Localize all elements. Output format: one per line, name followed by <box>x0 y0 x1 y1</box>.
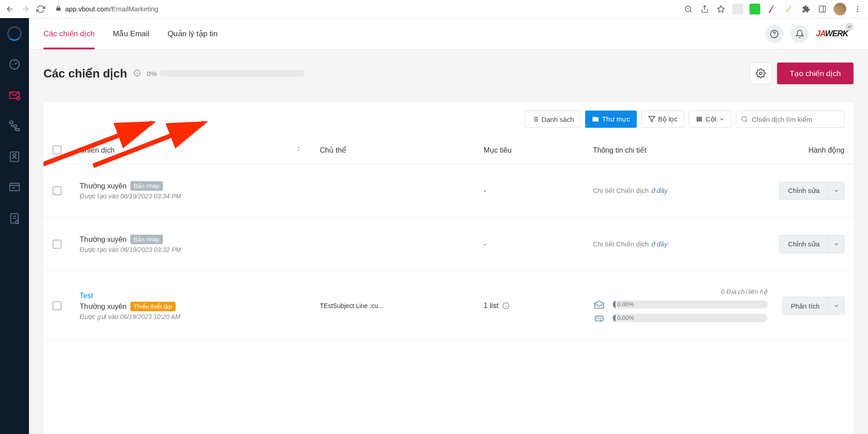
campaigns-table: Chiến dịch Chủ thể Mục tiêu Thông tin ch… <box>43 136 854 341</box>
action-dropdown[interactable] <box>828 297 844 314</box>
extension-icon-4[interactable] <box>784 4 795 14</box>
status-badge: Bản nháp <box>130 181 163 191</box>
svg-text:LINK: LINK <box>596 317 603 320</box>
tab-bar: Các chiến dịch Mẫu Email Quản lý tập tin <box>43 18 218 49</box>
page-header: Các chiến dịch 0% Tạo chiến dịch <box>29 50 868 84</box>
view-folder-label: Thư mục <box>602 115 630 123</box>
filters-bar: Danh sách Thư mục Bộ lọc Cột <box>43 102 854 136</box>
table-row: TestThường xuyênThiếu thiết lậpĐược gửi … <box>43 271 854 341</box>
th-subject: Chủ thể <box>320 146 484 154</box>
progress-bar <box>160 70 305 77</box>
row-action-button[interactable]: Chỉnh sửa <box>779 182 844 200</box>
app-logo-icon[interactable] <box>6 25 23 42</box>
action-label[interactable]: Phân tích <box>783 297 828 314</box>
row-action-button[interactable]: Phân tích <box>782 297 844 315</box>
row-checkbox[interactable] <box>52 186 62 195</box>
extension-icon-2[interactable] <box>749 4 760 14</box>
search-icon <box>741 116 748 123</box>
row-checkbox[interactable] <box>52 301 62 310</box>
svg-point-11 <box>13 154 16 157</box>
svg-point-14 <box>15 221 19 224</box>
svg-rect-12 <box>10 183 19 191</box>
click-icon: LINK <box>593 313 606 323</box>
campaign-meta: Được tạo vào 06/19/2023 03:32 PM <box>80 246 181 253</box>
action-dropdown[interactable] <box>828 236 844 253</box>
table-row: Thường xuyênBản nhápĐược tạo vào 06/19/2… <box>43 217 854 271</box>
zoom-icon[interactable] <box>683 4 693 14</box>
campaign-type: Thường xuyên <box>80 302 127 311</box>
open-icon <box>593 299 606 310</box>
campaign-type: Thường xuyên <box>80 235 127 244</box>
svg-point-3 <box>857 8 858 10</box>
sort-icon <box>296 146 302 154</box>
svg-rect-8 <box>14 125 17 127</box>
content-card: Danh sách Thư mục Bộ lọc Cột <box>43 102 854 434</box>
sidebar-dashboard-icon[interactable] <box>6 56 23 72</box>
row-checkbox[interactable] <box>52 240 62 249</box>
detail-link[interactable]: Chi tiết Chiến dịch ở đây <box>593 187 768 195</box>
extension-icon-1[interactable] <box>732 4 743 14</box>
filter-label: Bộ lọc <box>658 115 677 123</box>
campaign-title-link[interactable]: Test <box>80 292 93 300</box>
search-box[interactable] <box>736 111 844 128</box>
tab-campaigns[interactable]: Các chiến dịch <box>43 18 95 49</box>
extensions-icon[interactable] <box>801 4 811 14</box>
nav-forward-icon[interactable] <box>21 5 30 14</box>
action-label[interactable]: Chỉnh sửa <box>780 182 828 199</box>
campaign-type: Thường xuyên <box>80 182 127 190</box>
svg-point-4 <box>857 10 858 12</box>
settings-button[interactable] <box>750 63 772 84</box>
stat-bar: 0.00% <box>613 314 768 322</box>
view-list-button[interactable]: Danh sách <box>525 111 581 128</box>
th-campaign[interactable]: Chiến dịch <box>80 146 320 154</box>
th-actions: Hành động <box>768 146 844 154</box>
columns-button[interactable]: Cột <box>689 111 731 128</box>
svg-rect-19 <box>699 117 700 122</box>
info-icon[interactable] <box>502 302 510 309</box>
page-title: Các chiến dịch <box>43 67 127 81</box>
detail-link[interactable]: Chi tiết Chiến dịch ở đây <box>593 240 768 248</box>
sidebar-email-icon[interactable] <box>6 87 23 103</box>
row-action-button[interactable]: Chỉnh sửa <box>779 235 844 253</box>
sidebar-contacts-icon[interactable] <box>6 149 23 165</box>
notifications-button[interactable] <box>791 25 809 43</box>
action-label[interactable]: Chỉnh sửa <box>780 236 828 253</box>
search-input[interactable] <box>752 116 839 123</box>
sidebar-workflow-icon[interactable] <box>6 118 23 134</box>
star-icon[interactable] <box>716 4 726 14</box>
quota-progress: 0% <box>147 70 305 77</box>
campaign-meta: Được tạo vào 06/19/2023 03:34 PM <box>80 193 181 200</box>
status-badge: Thiếu thiết lập <box>130 302 176 311</box>
url-text: app.vbout.com/EmailMarketing <box>65 5 158 13</box>
info-icon[interactable] <box>134 69 141 78</box>
campaign-meta: Được gửi vào 06/19/2023 10:20 AM <box>80 313 181 320</box>
view-folder-button[interactable]: Thư mục <box>585 111 637 128</box>
menu-icon[interactable] <box>853 4 863 14</box>
top-bar: Các chiến dịch Mẫu Email Quản lý tập tin… <box>29 18 868 50</box>
help-button[interactable] <box>765 25 783 43</box>
extension-icon-3[interactable] <box>767 4 777 14</box>
select-all-checkbox[interactable] <box>52 145 62 154</box>
sidebar-landing-icon[interactable] <box>6 179 23 196</box>
tab-templates[interactable]: Mẫu Email <box>113 18 149 49</box>
sidebar-reports-icon[interactable] <box>6 210 23 227</box>
nav-back-icon[interactable] <box>5 5 14 14</box>
tab-files[interactable]: Quản lý tập tin <box>167 18 218 49</box>
progress-percent: 0% <box>147 70 157 77</box>
nav-reload-icon[interactable] <box>36 5 45 14</box>
share-icon[interactable] <box>700 4 710 14</box>
browser-chrome: app.vbout.com/EmailMarketing <box>0 0 868 18</box>
url-bar[interactable]: app.vbout.com/EmailMarketing <box>52 5 677 13</box>
filter-button[interactable]: Bộ lọc <box>641 111 684 128</box>
profile-avatar[interactable] <box>834 3 846 15</box>
cell-target: 1 list <box>484 302 593 310</box>
account-switcher[interactable]: JAWERK <box>816 29 854 39</box>
svg-point-2 <box>857 6 858 7</box>
chrome-actions <box>683 3 863 15</box>
sidepanel-icon[interactable] <box>817 4 827 14</box>
th-details: Thông tin chi tiết <box>593 146 768 154</box>
lock-icon <box>55 5 62 13</box>
main-content: Các chiến dịch Mẫu Email Quản lý tập tin… <box>29 18 868 434</box>
create-campaign-button[interactable]: Tạo chiến dịch <box>777 63 854 84</box>
action-dropdown[interactable] <box>828 182 844 199</box>
